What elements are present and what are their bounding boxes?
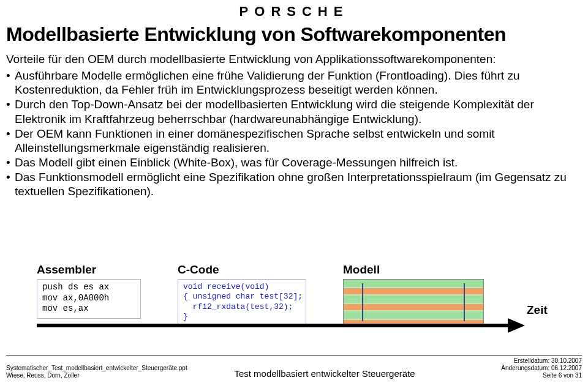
timeline-arrow-head	[508, 318, 525, 333]
bullet-list: Ausführbare Modelle ermöglichen eine frü…	[6, 69, 576, 199]
bullet-item: Das Funktionsmodell ermöglicht eine Spez…	[6, 170, 576, 198]
footer-filename: Systematischer_Test_modellbasiert_entwic…	[6, 365, 190, 372]
assembler-code: push ds es ax mov ax,0A000h mov es,ax	[37, 279, 141, 319]
brand-logo: PORSCHE	[239, 4, 349, 20]
c-code-column: C-Code void receive(void) { unsigned cha…	[178, 263, 306, 326]
footer-left: Systematischer_Test_modellbasiert_entwic…	[6, 365, 190, 379]
footer-created: Erstelldatum: 30.10.2007	[459, 357, 582, 365]
bullet-item: Das Modell gibt einen Einblick (White-Bo…	[6, 155, 576, 169]
bullet-item: Durch den Top-Down-Ansatz bei der modell…	[6, 97, 576, 125]
timeline-arrow-line	[37, 324, 508, 327]
assembler-heading: Assembler	[37, 263, 96, 277]
code-evolution-row: Assembler push ds es ax mov ax,0A000h mo…	[37, 263, 539, 326]
footer-page: Seite 6 von 31	[459, 372, 582, 379]
footer-center: Test modellbasiert entwickelter Steuerge…	[190, 368, 459, 379]
model-column: Modell	[343, 263, 484, 326]
c-code-block: void receive(void) { unsigned char test[…	[178, 279, 306, 326]
c-code-heading: C-Code	[178, 263, 219, 277]
model-diagram	[343, 279, 484, 325]
timeline-label: Zeit	[527, 303, 548, 317]
bullet-item: Ausführbare Modelle ermöglichen eine frü…	[6, 69, 576, 97]
footer-right: Erstelldatum: 30.10.2007 Änderungsdatum:…	[459, 357, 582, 379]
footer-authors: Wiese, Reuss, Dorn, Zöller	[6, 372, 190, 379]
slide-title: Modellbasierte Entwicklung von Softwarek…	[6, 23, 506, 46]
slide-footer: Systematischer_Test_modellbasiert_entwic…	[6, 355, 582, 379]
slide-subtitle: Vorteile für den OEM durch modellbasiert…	[6, 53, 496, 66]
footer-modified: Änderungsdatum: 06.12.2007	[459, 365, 582, 372]
assembler-column: Assembler push ds es ax mov ax,0A000h mo…	[37, 263, 141, 326]
model-heading: Modell	[343, 263, 380, 277]
timeline: Zeit	[37, 321, 527, 330]
bullet-item: Der OEM kann Funktionen in einer domänes…	[6, 127, 576, 155]
